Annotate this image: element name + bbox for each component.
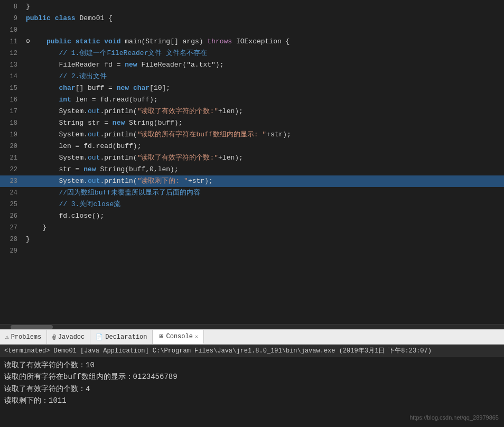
tabs-bar: ⚠ Problems @ Javadoc 📄 Declaration 🖥 Con… <box>0 330 504 345</box>
scroll-thumb[interactable] <box>11 325 53 329</box>
line-number: 20 <box>0 141 24 152</box>
code-line: 21 System.out.println("读取了有效字符的个数:"+len)… <box>0 152 504 164</box>
code-line: 17 System.out.println("读取了有效字符的个数:"+len)… <box>0 106 504 117</box>
code-line: 15 char[] buff = new char[10]; <box>0 82 504 94</box>
line-content: } <box>24 222 504 234</box>
console-line: 读取的所有字符在buff数组内的显示：0123456789 <box>4 371 500 383</box>
line-content: // 1.创建一个FileReader文件 文件名不存在 <box>24 48 504 59</box>
line-content: // 2.读出文件 <box>24 71 504 82</box>
line-number: 14 <box>0 71 24 82</box>
line-number: 18 <box>0 117 24 129</box>
code-line: 9public class Demo01 { <box>0 13 504 24</box>
line-number: 28 <box>0 234 24 245</box>
tab-console-label: Console <box>166 333 192 340</box>
line-number: 16 <box>0 94 24 106</box>
line-number: 22 <box>0 164 24 175</box>
line-number: 12 <box>0 48 24 59</box>
tab-declaration[interactable]: 📄 Declaration <box>90 330 153 344</box>
code-line: 19 System.out.println("读取的所有字符在buff数组内的显… <box>0 129 504 141</box>
line-content: len = fd.read(buff); <box>24 141 504 152</box>
javadoc-icon: @ <box>52 334 56 340</box>
code-lines: 8}9public class Demo01 {1011⊖ public sta… <box>0 0 504 324</box>
line-number: 27 <box>0 222 24 234</box>
code-line: 28} <box>0 234 504 245</box>
tab-console[interactable]: 🖥 Console ✕ <box>153 330 203 344</box>
line-content: int len = fd.read(buff); <box>24 94 504 106</box>
line-number: 11 <box>0 36 24 48</box>
console-header: <terminated> Demo01 [Java Application] C… <box>0 345 504 357</box>
tab-problems[interactable]: ⚠ Problems <box>0 330 47 344</box>
line-number: 29 <box>0 245 24 257</box>
line-number: 15 <box>0 82 24 94</box>
watermark: https://blog.csdn.net/qq_28979865 <box>409 414 499 421</box>
tab-problems-label: Problems <box>11 333 42 341</box>
line-content: System.out.println("读取剩下的: "+str); <box>24 175 504 187</box>
line-number: 9 <box>0 13 24 24</box>
console-line: 读取了有效字符的个数：10 <box>4 359 500 371</box>
horizontal-scrollbar[interactable] <box>0 324 504 329</box>
line-content: str = new String(buff,0,len); <box>24 164 504 175</box>
code-editor: 8}9public class Demo01 {1011⊖ public sta… <box>0 0 504 329</box>
code-line: 23 System.out.println("读取剩下的: "+str); <box>0 175 504 187</box>
code-line: 24 //因为数组buff未覆盖所以显示了后面的内容 <box>0 187 504 199</box>
line-number: 17 <box>0 106 24 117</box>
line-content: } <box>24 1 504 13</box>
console-line: 读取剩下的：1011 <box>4 395 500 406</box>
code-line: 22 str = new String(buff,0,len); <box>0 164 504 175</box>
code-line: 13 FileReader fd = new FileReader("a.txt… <box>0 59 504 71</box>
code-line: 25 // 3.关闭close流 <box>0 199 504 210</box>
line-content: } <box>24 234 504 245</box>
line-number: 19 <box>0 129 24 141</box>
code-line: 11⊖ public static void main(String[] arg… <box>0 36 504 48</box>
code-line: 12 // 1.创建一个FileReader文件 文件名不存在 <box>0 48 504 59</box>
console-icon: 🖥 <box>158 333 164 340</box>
line-content: public class Demo01 { <box>24 13 504 24</box>
code-line: 26 fd.close(); <box>0 210 504 222</box>
line-content: fd.close(); <box>24 210 504 222</box>
line-content: String str = new String(buff); <box>24 117 504 129</box>
code-line: 29 <box>0 245 504 257</box>
line-number: 10 <box>0 24 24 36</box>
line-content: System.out.println("读取了有效字符的个数:"+len); <box>24 152 504 164</box>
line-content: //因为数组buff未覆盖所以显示了后面的内容 <box>24 187 504 199</box>
code-line: 14 // 2.读出文件 <box>0 71 504 82</box>
code-line: 16 int len = fd.read(buff); <box>0 94 504 106</box>
line-content: FileReader fd = new FileReader("a.txt"); <box>24 59 504 71</box>
code-line: 18 String str = new String(buff); <box>0 117 504 129</box>
line-content: char[] buff = new char[10]; <box>24 82 504 94</box>
line-number: 23 <box>0 175 24 187</box>
bottom-panel: ⚠ Problems @ Javadoc 📄 Declaration 🖥 Con… <box>0 329 504 427</box>
line-number: 26 <box>0 210 24 222</box>
tab-javadoc-label: Javadoc <box>58 333 85 341</box>
code-line: 20 len = fd.read(buff); <box>0 141 504 152</box>
line-number: 8 <box>0 1 24 13</box>
line-number: 25 <box>0 199 24 210</box>
tab-declaration-label: Declaration <box>105 333 147 341</box>
line-content: System.out.println("读取的所有字符在buff数组内的显示: … <box>24 129 504 141</box>
console-tab-close[interactable]: ✕ <box>195 333 198 340</box>
line-content: ⊖ public static void main(String[] args)… <box>24 36 504 48</box>
line-number: 24 <box>0 187 24 199</box>
code-line: 27 } <box>0 222 504 234</box>
line-content: System.out.println("读取了有效字符的个数:"+len); <box>24 106 504 117</box>
console-line: 读取了有效字符的个数：4 <box>4 383 500 395</box>
tab-javadoc[interactable]: @ Javadoc <box>47 330 90 344</box>
declaration-icon: 📄 <box>96 333 103 340</box>
code-line: 8} <box>0 1 504 13</box>
code-line: 10 <box>0 24 504 36</box>
line-content: // 3.关闭close流 <box>24 199 504 210</box>
problems-icon: ⚠ <box>5 333 9 340</box>
line-number: 21 <box>0 152 24 164</box>
line-number: 13 <box>0 59 24 71</box>
